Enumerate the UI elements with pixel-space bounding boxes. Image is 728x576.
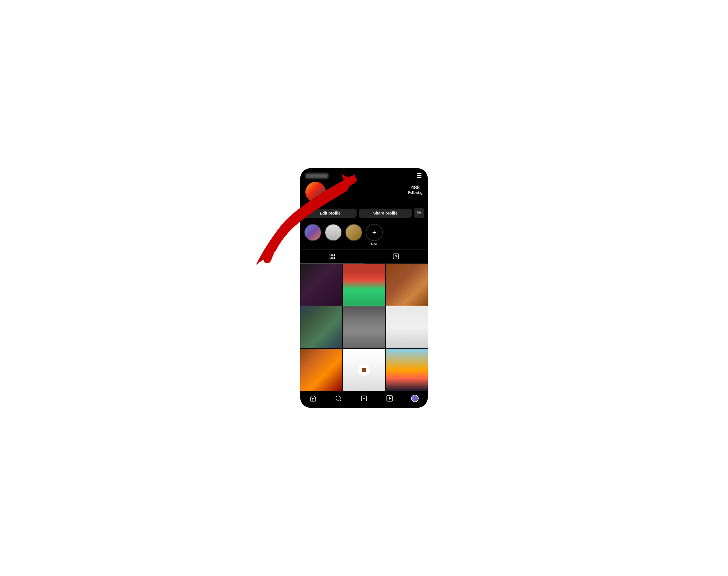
following-count: 488	[411, 185, 420, 191]
new-highlight-circle: +	[366, 224, 383, 241]
svg-point-1	[418, 211, 420, 213]
svg-point-11	[336, 396, 341, 400]
highlight-item-3[interactable]	[345, 224, 362, 246]
stats-container: 488 Following	[331, 182, 423, 195]
add-friend-button[interactable]	[414, 208, 424, 218]
svg-point-9	[395, 256, 397, 257]
profile-avatar	[411, 395, 419, 402]
edit-profile-button[interactable]: Edit profile	[304, 208, 357, 218]
following-label: Following	[408, 191, 423, 195]
create-icon	[360, 395, 368, 402]
grid-icon	[329, 253, 335, 259]
grid-photo-3[interactable]	[386, 264, 428, 306]
nav-home[interactable]	[300, 395, 326, 402]
username-display	[305, 173, 328, 178]
highlight-item-2[interactable]	[325, 224, 342, 246]
svg-rect-7	[333, 257, 334, 259]
bottom-nav	[300, 391, 428, 408]
grid-photo-1[interactable]	[300, 264, 342, 306]
highlights-section: + New	[300, 221, 428, 250]
grid-photo-9[interactable]	[386, 349, 428, 391]
menu-button[interactable]: ☰	[416, 172, 423, 180]
svg-rect-5	[333, 254, 334, 256]
grid-photo-4[interactable]	[300, 306, 342, 348]
action-buttons: Edit profile Share profile	[300, 205, 428, 221]
nav-create[interactable]	[351, 395, 377, 402]
profile-section: 488 Following	[300, 182, 428, 205]
top-bar: ☰	[300, 168, 428, 182]
grid-photo-2[interactable]	[343, 264, 385, 306]
highlight-label-new: New	[371, 242, 377, 246]
tab-grid[interactable]	[300, 250, 364, 263]
photo-grid	[300, 264, 428, 391]
phone-frame: ☰ 488 Following Edit profile Share profi…	[300, 168, 428, 408]
tagged-icon	[393, 253, 399, 259]
plus-icon: +	[372, 228, 376, 236]
home-icon	[310, 395, 317, 402]
search-icon	[335, 395, 342, 402]
highlight-circle-2	[325, 224, 342, 241]
grid-photo-8[interactable]	[343, 349, 385, 391]
share-profile-button[interactable]: Share profile	[359, 208, 412, 218]
grid-photo-5[interactable]	[343, 306, 385, 348]
svg-rect-8	[393, 254, 398, 259]
highlight-item-1[interactable]	[304, 224, 321, 246]
avatar	[305, 182, 326, 202]
app-container: ☰ 488 Following Edit profile Share profi…	[296, 168, 432, 408]
highlight-circle-1	[304, 224, 321, 241]
avatar-container	[305, 182, 326, 202]
highlight-circle-3	[345, 224, 362, 241]
nav-reels[interactable]	[377, 395, 402, 402]
nav-search[interactable]	[326, 395, 351, 402]
svg-marker-17	[389, 397, 391, 400]
svg-rect-6	[330, 257, 331, 259]
svg-line-12	[340, 400, 341, 401]
tab-tagged[interactable]	[364, 250, 428, 263]
grid-photo-7[interactable]	[300, 349, 342, 391]
tab-bar	[300, 250, 428, 264]
highlight-item-new[interactable]: + New	[366, 224, 383, 246]
grid-photo-6[interactable]	[386, 306, 428, 348]
reels-icon	[386, 395, 393, 402]
svg-rect-4	[330, 254, 331, 256]
following-stat[interactable]: 488 Following	[408, 185, 423, 195]
nav-profile[interactable]	[402, 395, 428, 402]
